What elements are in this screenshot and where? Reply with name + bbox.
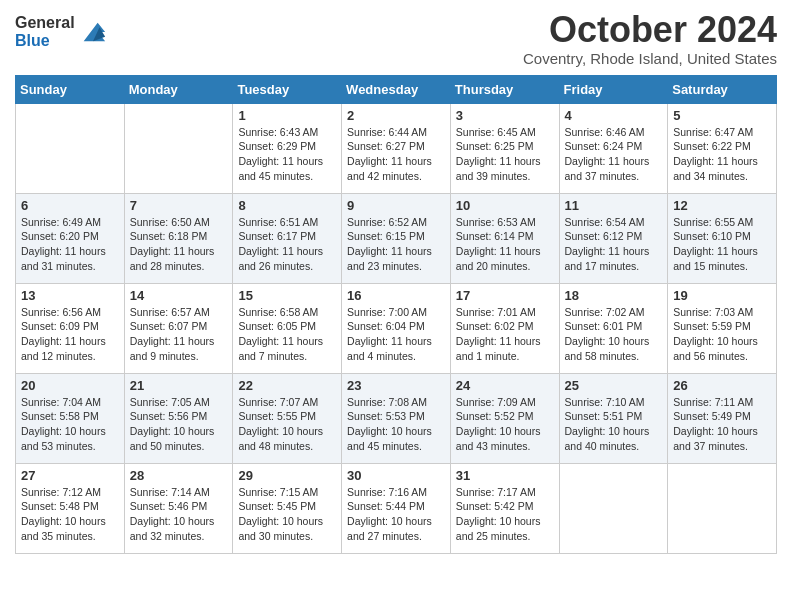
calendar-cell-w2-d2: 7Sunrise: 6:50 AM Sunset: 6:18 PM Daylig… [124,193,233,283]
logo-blue: Blue [15,32,75,50]
calendar-cell-w1-d4: 2Sunrise: 6:44 AM Sunset: 6:27 PM Daylig… [342,103,451,193]
day-number: 10 [456,198,554,213]
calendar-cell-w3-d7: 19Sunrise: 7:03 AM Sunset: 5:59 PM Dayli… [668,283,777,373]
calendar-cell-w2-d6: 11Sunrise: 6:54 AM Sunset: 6:12 PM Dayli… [559,193,668,283]
day-info: Sunrise: 7:04 AM Sunset: 5:58 PM Dayligh… [21,395,119,454]
calendar-cell-w5-d5: 31Sunrise: 7:17 AM Sunset: 5:42 PM Dayli… [450,463,559,553]
month-title: October 2024 [523,10,777,50]
calendar-cell-w1-d2 [124,103,233,193]
day-info: Sunrise: 7:07 AM Sunset: 5:55 PM Dayligh… [238,395,336,454]
calendar-cell-w2-d7: 12Sunrise: 6:55 AM Sunset: 6:10 PM Dayli… [668,193,777,283]
day-info: Sunrise: 7:09 AM Sunset: 5:52 PM Dayligh… [456,395,554,454]
calendar-week-5: 27Sunrise: 7:12 AM Sunset: 5:48 PM Dayli… [16,463,777,553]
header: General Blue October 2024 Coventry, Rhod… [15,10,777,67]
day-number: 27 [21,468,119,483]
calendar-cell-w4-d5: 24Sunrise: 7:09 AM Sunset: 5:52 PM Dayli… [450,373,559,463]
calendar-header-row: Sunday Monday Tuesday Wednesday Thursday… [16,75,777,103]
calendar-week-2: 6Sunrise: 6:49 AM Sunset: 6:20 PM Daylig… [16,193,777,283]
day-number: 30 [347,468,445,483]
calendar-cell-w2-d3: 8Sunrise: 6:51 AM Sunset: 6:17 PM Daylig… [233,193,342,283]
calendar-cell-w3-d1: 13Sunrise: 6:56 AM Sunset: 6:09 PM Dayli… [16,283,125,373]
day-info: Sunrise: 6:43 AM Sunset: 6:29 PM Dayligh… [238,125,336,184]
day-number: 18 [565,288,663,303]
calendar-cell-w5-d3: 29Sunrise: 7:15 AM Sunset: 5:45 PM Dayli… [233,463,342,553]
day-number: 21 [130,378,228,393]
logo-general: General [15,14,75,32]
calendar-cell-w2-d5: 10Sunrise: 6:53 AM Sunset: 6:14 PM Dayli… [450,193,559,283]
day-number: 22 [238,378,336,393]
day-info: Sunrise: 7:12 AM Sunset: 5:48 PM Dayligh… [21,485,119,544]
day-info: Sunrise: 6:54 AM Sunset: 6:12 PM Dayligh… [565,215,663,274]
day-info: Sunrise: 6:53 AM Sunset: 6:14 PM Dayligh… [456,215,554,274]
day-info: Sunrise: 6:47 AM Sunset: 6:22 PM Dayligh… [673,125,771,184]
col-monday: Monday [124,75,233,103]
day-number: 26 [673,378,771,393]
calendar-cell-w5-d7 [668,463,777,553]
day-info: Sunrise: 7:01 AM Sunset: 6:02 PM Dayligh… [456,305,554,364]
col-sunday: Sunday [16,75,125,103]
day-number: 13 [21,288,119,303]
calendar-cell-w2-d4: 9Sunrise: 6:52 AM Sunset: 6:15 PM Daylig… [342,193,451,283]
calendar-cell-w4-d3: 22Sunrise: 7:07 AM Sunset: 5:55 PM Dayli… [233,373,342,463]
day-number: 24 [456,378,554,393]
day-info: Sunrise: 6:50 AM Sunset: 6:18 PM Dayligh… [130,215,228,274]
page-container: General Blue October 2024 Coventry, Rhod… [0,0,792,569]
calendar-week-1: 1Sunrise: 6:43 AM Sunset: 6:29 PM Daylig… [16,103,777,193]
day-number: 8 [238,198,336,213]
day-info: Sunrise: 7:05 AM Sunset: 5:56 PM Dayligh… [130,395,228,454]
logo: General Blue [15,14,107,49]
calendar-cell-w4-d4: 23Sunrise: 7:08 AM Sunset: 5:53 PM Dayli… [342,373,451,463]
day-info: Sunrise: 7:16 AM Sunset: 5:44 PM Dayligh… [347,485,445,544]
day-info: Sunrise: 6:52 AM Sunset: 6:15 PM Dayligh… [347,215,445,274]
calendar-cell-w5-d2: 28Sunrise: 7:14 AM Sunset: 5:46 PM Dayli… [124,463,233,553]
day-info: Sunrise: 7:11 AM Sunset: 5:49 PM Dayligh… [673,395,771,454]
logo-icon [79,18,107,46]
day-info: Sunrise: 7:14 AM Sunset: 5:46 PM Dayligh… [130,485,228,544]
calendar-week-4: 20Sunrise: 7:04 AM Sunset: 5:58 PM Dayli… [16,373,777,463]
col-saturday: Saturday [668,75,777,103]
day-number: 25 [565,378,663,393]
day-number: 3 [456,108,554,123]
day-number: 1 [238,108,336,123]
day-number: 6 [21,198,119,213]
day-number: 9 [347,198,445,213]
calendar-cell-w1-d6: 4Sunrise: 6:46 AM Sunset: 6:24 PM Daylig… [559,103,668,193]
day-info: Sunrise: 7:17 AM Sunset: 5:42 PM Dayligh… [456,485,554,544]
calendar-cell-w4-d2: 21Sunrise: 7:05 AM Sunset: 5:56 PM Dayli… [124,373,233,463]
day-info: Sunrise: 6:56 AM Sunset: 6:09 PM Dayligh… [21,305,119,364]
calendar-cell-w5-d4: 30Sunrise: 7:16 AM Sunset: 5:44 PM Dayli… [342,463,451,553]
day-number: 11 [565,198,663,213]
calendar-cell-w3-d2: 14Sunrise: 6:57 AM Sunset: 6:07 PM Dayli… [124,283,233,373]
col-wednesday: Wednesday [342,75,451,103]
day-number: 7 [130,198,228,213]
day-info: Sunrise: 6:46 AM Sunset: 6:24 PM Dayligh… [565,125,663,184]
day-number: 23 [347,378,445,393]
day-info: Sunrise: 7:00 AM Sunset: 6:04 PM Dayligh… [347,305,445,364]
day-info: Sunrise: 6:49 AM Sunset: 6:20 PM Dayligh… [21,215,119,274]
calendar-cell-w1-d5: 3Sunrise: 6:45 AM Sunset: 6:25 PM Daylig… [450,103,559,193]
day-number: 28 [130,468,228,483]
calendar-cell-w3-d6: 18Sunrise: 7:02 AM Sunset: 6:01 PM Dayli… [559,283,668,373]
day-number: 4 [565,108,663,123]
day-number: 2 [347,108,445,123]
day-info: Sunrise: 7:02 AM Sunset: 6:01 PM Dayligh… [565,305,663,364]
calendar-cell-w4-d1: 20Sunrise: 7:04 AM Sunset: 5:58 PM Dayli… [16,373,125,463]
title-area: October 2024 Coventry, Rhode Island, Uni… [523,10,777,67]
day-info: Sunrise: 6:44 AM Sunset: 6:27 PM Dayligh… [347,125,445,184]
day-info: Sunrise: 6:51 AM Sunset: 6:17 PM Dayligh… [238,215,336,274]
day-info: Sunrise: 7:08 AM Sunset: 5:53 PM Dayligh… [347,395,445,454]
day-info: Sunrise: 7:03 AM Sunset: 5:59 PM Dayligh… [673,305,771,364]
calendar-week-3: 13Sunrise: 6:56 AM Sunset: 6:09 PM Dayli… [16,283,777,373]
day-number: 31 [456,468,554,483]
calendar-cell-w1-d1 [16,103,125,193]
day-number: 16 [347,288,445,303]
day-info: Sunrise: 6:55 AM Sunset: 6:10 PM Dayligh… [673,215,771,274]
day-info: Sunrise: 6:45 AM Sunset: 6:25 PM Dayligh… [456,125,554,184]
day-info: Sunrise: 7:15 AM Sunset: 5:45 PM Dayligh… [238,485,336,544]
calendar-cell-w1-d7: 5Sunrise: 6:47 AM Sunset: 6:22 PM Daylig… [668,103,777,193]
calendar-table: Sunday Monday Tuesday Wednesday Thursday… [15,75,777,554]
calendar-cell-w3-d5: 17Sunrise: 7:01 AM Sunset: 6:02 PM Dayli… [450,283,559,373]
calendar-cell-w5-d6 [559,463,668,553]
calendar-cell-w1-d3: 1Sunrise: 6:43 AM Sunset: 6:29 PM Daylig… [233,103,342,193]
day-info: Sunrise: 6:58 AM Sunset: 6:05 PM Dayligh… [238,305,336,364]
